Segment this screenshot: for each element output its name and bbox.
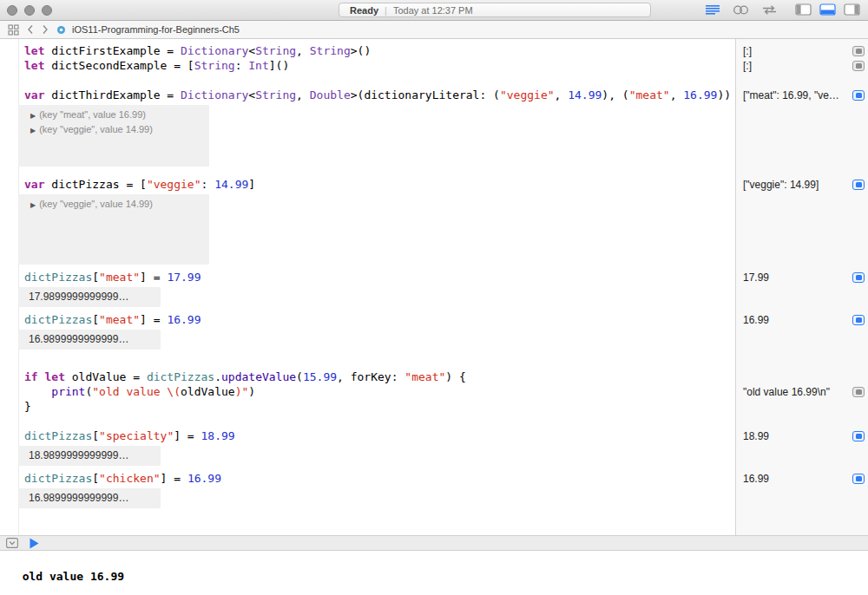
navigator-panel-button[interactable] [795, 3, 812, 16]
sidebar-result-text: [:] [743, 60, 851, 72]
sidebar-result-row: 18.99 [743, 428, 865, 443]
version-editor-button[interactable] [760, 4, 779, 16]
disclosure-triangle-icon[interactable]: ▶ [30, 127, 36, 134]
show-result-button[interactable] [852, 180, 865, 190]
code-token: 15.99 [303, 370, 337, 383]
sidebar-result-text: 18.99 [743, 430, 851, 442]
code-line[interactable]: dictPizzas["specialty"] = 18.99 [0, 428, 735, 443]
code-token: [ [92, 429, 99, 442]
code-token: "meat" [99, 271, 140, 284]
inline-result[interactable]: ▶(key "veggie", value 14.99) [18, 194, 209, 265]
code-token: dictPizzas [24, 429, 92, 442]
code-line[interactable]: var dictPizzas = ["veggie": 14.99] [0, 177, 735, 192]
code-token: String [255, 44, 296, 57]
code-token: updateValue [221, 370, 296, 383]
result-row-text: (key "veggie", value 14.99) [39, 199, 153, 209]
show-result-icon [856, 182, 862, 187]
code-token: , [555, 88, 569, 101]
code-token: "veggie" [500, 88, 555, 101]
disclosure-triangle-icon[interactable]: ▶ [30, 112, 36, 120]
status-ready: Ready [350, 5, 378, 16]
utilities-panel-button[interactable] [844, 3, 860, 16]
show-result-button[interactable] [852, 61, 865, 71]
utilities-panel-icon [844, 3, 860, 16]
code-token: 16.99 [167, 313, 201, 326]
code-token: "specialty" [99, 429, 174, 442]
code-token: < [248, 44, 255, 57]
code-token: String [255, 88, 296, 101]
code-token: Int [248, 59, 268, 72]
results-sidebar: [:][:]["meat": 16.99, "ve…["veggie": 14.… [735, 39, 868, 535]
jumpbar-file-title[interactable]: iOS11-Programming-for-Beginners-Ch5 [72, 24, 240, 35]
standard-editor-icon [704, 4, 721, 16]
hide-console-icon [6, 538, 18, 548]
result-value: 16.9899999999999… [18, 488, 161, 508]
source-editor[interactable]: let dictFirstExample = Dictionary<String… [0, 39, 735, 535]
window-toolbar: Ready | Today at 12:37 PM [0, 0, 868, 21]
code-token: let [24, 59, 44, 72]
code-token: Double [310, 88, 351, 101]
show-result-button[interactable] [852, 315, 865, 325]
standard-editor-button[interactable] [704, 4, 721, 16]
run-button[interactable] [30, 538, 39, 549]
code-line[interactable]: dictPizzas["chicken"] = 16.99 [0, 471, 735, 486]
debug-bar [0, 535, 868, 551]
related-items-button[interactable] [8, 24, 19, 36]
code-line[interactable]: print("old value \(oldValue)") [0, 384, 735, 399]
show-result-button[interactable] [852, 272, 865, 283]
show-result-button[interactable] [852, 90, 865, 101]
sidebar-result-row: 16.99 [743, 471, 865, 486]
show-result-icon [856, 317, 862, 323]
disclosure-triangle-icon[interactable]: ▶ [30, 201, 36, 209]
code-line[interactable]: let dictSecondExample = [String: Int]() [0, 58, 735, 73]
code-token: ) { [445, 370, 465, 383]
hide-console-button[interactable] [6, 538, 18, 548]
inline-result[interactable]: ▶(key "meat", value 16.99)▶(key "veggie"… [18, 105, 209, 167]
code-token: ] [248, 178, 255, 191]
show-result-button[interactable] [852, 431, 865, 441]
code-token: 16.99 [187, 472, 221, 485]
version-editor-icon [760, 4, 779, 16]
status-timestamp: Today at 12:37 PM [393, 5, 473, 16]
code-line[interactable]: var dictThirdExample = Dictionary<String… [0, 88, 735, 102]
code-line[interactable]: } [0, 399, 735, 414]
code-line[interactable]: if let oldValue = dictPizzas.updateValue… [0, 369, 735, 384]
blank-line[interactable] [0, 414, 735, 428]
blank-line[interactable] [0, 73, 735, 88]
code-token: var [24, 88, 44, 101]
code-token: "old value \( [92, 385, 181, 398]
minimize-icon[interactable] [24, 5, 35, 16]
debug-area-panel-button[interactable] [819, 3, 836, 16]
show-result-button[interactable] [852, 474, 865, 484]
blank-line[interactable] [0, 355, 735, 369]
forward-button[interactable] [42, 24, 49, 35]
code-token: dictFirstExample = [44, 44, 181, 57]
zoom-icon[interactable] [42, 5, 52, 16]
show-result-button[interactable] [852, 387, 865, 397]
code-token: 14.99 [214, 178, 248, 191]
code-line[interactable]: dictPizzas["meat"] = 17.99 [0, 270, 735, 284]
show-result-icon [856, 476, 862, 481]
inline-result[interactable]: 16.9899999999999… [18, 488, 161, 508]
code-token: ] = [174, 429, 201, 442]
sidebar-result-row: [:] [743, 58, 865, 73]
inline-result[interactable]: 18.9899999999999… [18, 446, 161, 466]
playground-file-icon [56, 25, 66, 35]
code-token: , [296, 44, 310, 57]
show-result-icon [856, 93, 862, 98]
code-line[interactable]: let dictFirstExample = Dictionary<String… [0, 43, 735, 58]
assistant-editor-button[interactable] [733, 4, 749, 16]
code-token: let [44, 370, 64, 383]
result-value: 18.9899999999999… [18, 446, 161, 466]
back-button[interactable] [27, 24, 34, 35]
back-chevron-icon [27, 24, 34, 35]
show-result-icon [856, 275, 862, 280]
code-line[interactable]: dictPizzas["meat"] = 16.99 [0, 312, 735, 327]
inline-result[interactable]: 17.9899999999999… [18, 287, 161, 307]
inline-result[interactable]: 16.9899999999999… [18, 330, 161, 350]
code-token: ] = [140, 271, 167, 284]
close-icon[interactable] [7, 5, 17, 16]
console-area: old value 16.99 [0, 551, 868, 593]
show-result-button[interactable] [852, 46, 865, 56]
result-row-text: (key "meat", value 16.99) [39, 109, 146, 120]
